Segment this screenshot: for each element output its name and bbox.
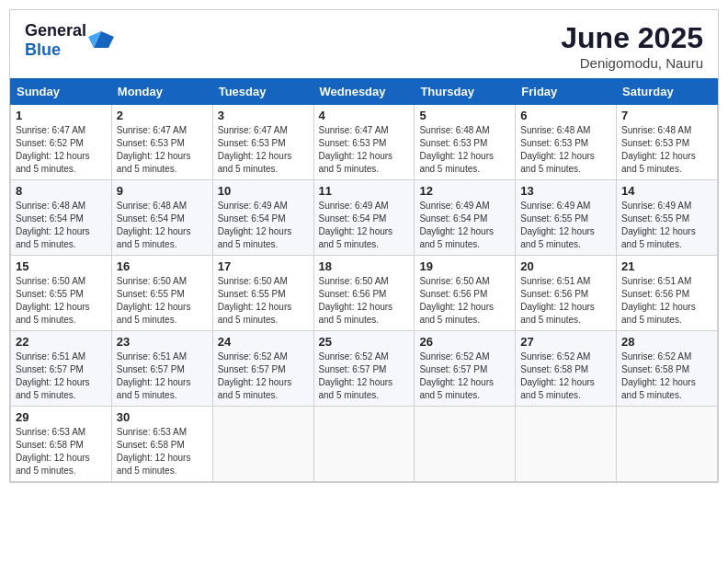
day-info: Sunrise: 6:50 AMSunset: 6:55 PMDaylight:… (117, 275, 208, 327)
day-info: Sunrise: 6:48 AMSunset: 6:54 PMDaylight:… (117, 200, 208, 251)
day-info: Sunrise: 6:53 AMSunset: 6:58 PMDaylight:… (117, 426, 208, 477)
table-row: 8Sunrise: 6:48 AMSunset: 6:54 PMDaylight… (11, 180, 112, 256)
table-row: 25Sunrise: 6:52 AMSunset: 6:57 PMDayligh… (313, 331, 415, 407)
day-info: Sunrise: 6:52 AMSunset: 6:57 PMDaylight:… (419, 350, 510, 402)
table-row: 2Sunrise: 6:47 AMSunset: 6:53 PMDaylight… (111, 105, 212, 180)
table-row: 22Sunrise: 6:51 AMSunset: 6:57 PMDayligh… (11, 331, 112, 407)
table-row: 27Sunrise: 6:52 AMSunset: 6:58 PMDayligh… (516, 331, 617, 407)
table-row: 23Sunrise: 6:51 AMSunset: 6:57 PMDayligh… (111, 331, 212, 407)
logo-general: General (25, 21, 86, 40)
day-number: 4 (319, 109, 410, 122)
day-number: 29 (16, 410, 107, 424)
table-row: 24Sunrise: 6:52 AMSunset: 6:57 PMDayligh… (212, 331, 313, 407)
day-number: 25 (319, 335, 410, 349)
table-row: 10Sunrise: 6:49 AMSunset: 6:54 PMDayligh… (212, 180, 313, 256)
table-row (212, 407, 313, 482)
col-friday: Friday (516, 79, 617, 105)
logo-blue: Blue (25, 40, 61, 59)
table-row: 11Sunrise: 6:49 AMSunset: 6:54 PMDayligh… (313, 180, 415, 256)
table-row: 17Sunrise: 6:50 AMSunset: 6:55 PMDayligh… (212, 256, 313, 331)
day-info: Sunrise: 6:51 AMSunset: 6:57 PMDaylight:… (117, 350, 208, 402)
day-info: Sunrise: 6:52 AMSunset: 6:58 PMDaylight:… (621, 350, 712, 402)
day-info: Sunrise: 6:50 AMSunset: 6:56 PMDaylight:… (419, 275, 510, 327)
day-number: 6 (520, 109, 611, 122)
day-number: 18 (319, 259, 410, 273)
table-row: 3Sunrise: 6:47 AMSunset: 6:53 PMDaylight… (212, 105, 313, 180)
day-number: 24 (218, 335, 309, 349)
day-info: Sunrise: 6:52 AMSunset: 6:57 PMDaylight:… (218, 350, 309, 402)
table-row: 15Sunrise: 6:50 AMSunset: 6:55 PMDayligh… (11, 256, 112, 331)
day-number: 22 (16, 335, 107, 349)
day-number: 14 (621, 184, 712, 198)
day-number: 26 (419, 335, 510, 349)
table-row (313, 407, 415, 482)
day-number: 11 (319, 184, 410, 198)
month-title: June 2025 (561, 21, 703, 55)
day-number: 30 (117, 410, 208, 424)
table-row: 14Sunrise: 6:49 AMSunset: 6:55 PMDayligh… (617, 180, 718, 256)
table-row: 29Sunrise: 6:53 AMSunset: 6:58 PMDayligh… (11, 407, 112, 482)
day-number: 2 (117, 109, 208, 122)
day-info: Sunrise: 6:48 AMSunset: 6:53 PMDaylight:… (520, 124, 611, 176)
day-info: Sunrise: 6:48 AMSunset: 6:53 PMDaylight:… (621, 124, 712, 176)
table-row: 7Sunrise: 6:48 AMSunset: 6:53 PMDaylight… (617, 105, 718, 180)
day-number: 23 (117, 335, 208, 349)
table-row: 12Sunrise: 6:49 AMSunset: 6:54 PMDayligh… (415, 180, 516, 256)
table-row (516, 407, 617, 482)
col-wednesday: Wednesday (313, 79, 415, 105)
calendar-week-row: 29Sunrise: 6:53 AMSunset: 6:58 PMDayligh… (11, 407, 718, 482)
day-number: 3 (218, 109, 309, 122)
table-row: 6Sunrise: 6:48 AMSunset: 6:53 PMDaylight… (516, 105, 617, 180)
day-info: Sunrise: 6:50 AMSunset: 6:55 PMDaylight:… (218, 275, 309, 327)
day-number: 19 (419, 259, 510, 273)
calendar-week-row: 8Sunrise: 6:48 AMSunset: 6:54 PMDaylight… (11, 180, 718, 256)
table-row: 9Sunrise: 6:48 AMSunset: 6:54 PMDaylight… (111, 180, 212, 256)
calendar-week-row: 22Sunrise: 6:51 AMSunset: 6:57 PMDayligh… (11, 331, 718, 407)
table-row: 30Sunrise: 6:53 AMSunset: 6:58 PMDayligh… (111, 407, 212, 482)
day-info: Sunrise: 6:49 AMSunset: 6:55 PMDaylight:… (621, 200, 712, 251)
day-number: 8 (16, 184, 107, 198)
day-info: Sunrise: 6:49 AMSunset: 6:54 PMDaylight:… (319, 200, 410, 251)
day-number: 10 (218, 184, 309, 198)
day-number: 9 (117, 184, 208, 198)
calendar-week-row: 1Sunrise: 6:47 AMSunset: 6:52 PMDaylight… (11, 105, 718, 180)
day-info: Sunrise: 6:47 AMSunset: 6:53 PMDaylight:… (319, 124, 410, 176)
day-info: Sunrise: 6:49 AMSunset: 6:54 PMDaylight:… (218, 200, 309, 251)
col-saturday: Saturday (617, 79, 718, 105)
table-row: 1Sunrise: 6:47 AMSunset: 6:52 PMDaylight… (11, 105, 112, 180)
day-info: Sunrise: 6:48 AMSunset: 6:54 PMDaylight:… (16, 200, 107, 251)
col-thursday: Thursday (415, 79, 516, 105)
day-info: Sunrise: 6:47 AMSunset: 6:52 PMDaylight:… (16, 124, 107, 176)
table-row: 28Sunrise: 6:52 AMSunset: 6:58 PMDayligh… (617, 331, 718, 407)
table-row: 16Sunrise: 6:50 AMSunset: 6:55 PMDayligh… (111, 256, 212, 331)
day-number: 1 (16, 109, 107, 122)
table-row (617, 407, 718, 482)
header: General Blue June 2025 Denigomodu, Nauru (10, 10, 718, 78)
day-info: Sunrise: 6:51 AMSunset: 6:57 PMDaylight:… (16, 350, 107, 402)
calendar-header-row: Sunday Monday Tuesday Wednesday Thursday… (11, 79, 718, 105)
location: Denigomodu, Nauru (561, 55, 703, 71)
day-number: 7 (621, 109, 712, 122)
day-info: Sunrise: 6:52 AMSunset: 6:58 PMDaylight:… (520, 350, 611, 402)
day-number: 16 (117, 259, 208, 273)
table-row: 21Sunrise: 6:51 AMSunset: 6:56 PMDayligh… (617, 256, 718, 331)
day-info: Sunrise: 6:53 AMSunset: 6:58 PMDaylight:… (16, 426, 107, 477)
day-number: 15 (16, 259, 107, 273)
table-row: 13Sunrise: 6:49 AMSunset: 6:55 PMDayligh… (516, 180, 617, 256)
day-info: Sunrise: 6:48 AMSunset: 6:53 PMDaylight:… (419, 124, 510, 176)
table-row: 19Sunrise: 6:50 AMSunset: 6:56 PMDayligh… (415, 256, 516, 331)
day-number: 28 (621, 335, 712, 349)
day-info: Sunrise: 6:51 AMSunset: 6:56 PMDaylight:… (520, 275, 611, 327)
day-number: 12 (419, 184, 510, 198)
day-number: 27 (520, 335, 611, 349)
day-info: Sunrise: 6:49 AMSunset: 6:54 PMDaylight:… (419, 200, 510, 251)
table-row: 18Sunrise: 6:50 AMSunset: 6:56 PMDayligh… (313, 256, 415, 331)
day-info: Sunrise: 6:49 AMSunset: 6:55 PMDaylight:… (520, 200, 611, 251)
title-area: June 2025 Denigomodu, Nauru (561, 21, 703, 71)
day-number: 20 (520, 259, 611, 273)
day-info: Sunrise: 6:47 AMSunset: 6:53 PMDaylight:… (218, 124, 309, 176)
day-info: Sunrise: 6:51 AMSunset: 6:56 PMDaylight:… (621, 275, 712, 327)
calendar-table: Sunday Monday Tuesday Wednesday Thursday… (10, 78, 718, 482)
day-info: Sunrise: 6:50 AMSunset: 6:56 PMDaylight:… (319, 275, 410, 327)
table-row: 4Sunrise: 6:47 AMSunset: 6:53 PMDaylight… (313, 105, 415, 180)
